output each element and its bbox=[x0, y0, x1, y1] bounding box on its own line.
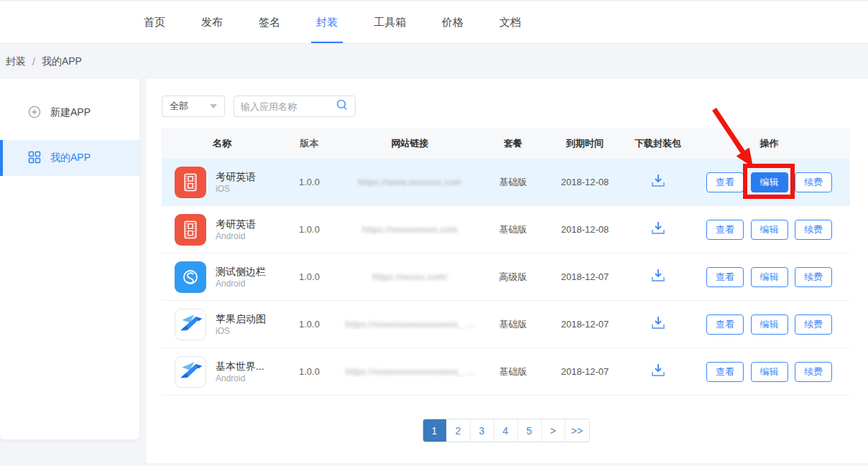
film-icon bbox=[175, 167, 206, 198]
page-last-button[interactable]: >> bbox=[565, 419, 589, 442]
sidebar: 新建APP 我的APP bbox=[0, 79, 139, 439]
sidebar-item-label: 我的APP bbox=[50, 152, 91, 164]
view-button[interactable]: 查看 bbox=[706, 362, 744, 382]
app-expiry: 2018-12-08 bbox=[542, 224, 627, 235]
pagination: 1 2 3 4 5 > >> bbox=[162, 419, 850, 442]
column-header-url: 网站链接 bbox=[336, 137, 484, 150]
chevron-down-icon bbox=[210, 104, 217, 108]
download-icon[interactable] bbox=[650, 268, 667, 286]
edit-button[interactable]: 编辑 bbox=[751, 267, 788, 287]
renew-button[interactable]: 续费 bbox=[795, 220, 832, 240]
page-button-5[interactable]: 5 bbox=[518, 419, 542, 442]
edit-button[interactable]: 编辑 bbox=[751, 362, 788, 382]
download-icon[interactable] bbox=[650, 220, 667, 238]
grid-icon bbox=[28, 151, 41, 166]
app-platform: Android bbox=[216, 373, 264, 384]
column-header-expiry: 到期时间 bbox=[542, 137, 627, 150]
main-panel: 全部 名称 版本 网站链接 套餐 到期时间 下载封装包 操作 考研英语 iOS bbox=[147, 79, 868, 463]
column-header-version: 版本 bbox=[282, 137, 336, 150]
edit-button[interactable]: 编辑 bbox=[751, 220, 788, 240]
app-platform: iOS bbox=[216, 325, 266, 337]
app-version: 1.0.0 bbox=[282, 366, 336, 377]
sidebar-item-label: 新建APP bbox=[50, 106, 91, 119]
app-platform: Android bbox=[216, 278, 266, 289]
app-expiry: 2018-12-07 bbox=[542, 271, 627, 282]
renew-button[interactable]: 续费 bbox=[795, 362, 832, 382]
renew-button[interactable]: 续费 bbox=[795, 267, 832, 287]
table-row[interactable]: 测试侧边栏 Android 1.0.0 https://xxxxx.com/ 高… bbox=[162, 253, 850, 301]
app-expiry: 2018-12-08 bbox=[542, 177, 627, 187]
breadcrumb-section[interactable]: 封装 bbox=[6, 55, 26, 68]
app-platform: Android bbox=[216, 230, 256, 242]
nav-item-docs[interactable]: 文档 bbox=[499, 1, 521, 43]
edit-button[interactable]: 编辑 bbox=[751, 314, 788, 335]
bird-icon bbox=[175, 356, 206, 388]
search-input[interactable] bbox=[241, 101, 336, 112]
breadcrumb: 封装 / 我的APP bbox=[0, 44, 868, 79]
search-box bbox=[234, 95, 356, 117]
app-version: 1.0.0 bbox=[282, 271, 336, 282]
breadcrumb-separator: / bbox=[32, 56, 35, 67]
app-name: 测试侧边栏 bbox=[216, 265, 266, 278]
page-button-2[interactable]: 2 bbox=[447, 419, 471, 442]
breadcrumb-page: 我的APP bbox=[42, 55, 82, 68]
app-plan: 基础版 bbox=[484, 223, 542, 236]
nav-item-package[interactable]: 封装 bbox=[316, 1, 338, 43]
table-row[interactable]: 考研英语 Android 1.0.0 https://xxxxxxxxxx.co… bbox=[162, 206, 850, 253]
app-plan: 基础版 bbox=[484, 365, 542, 378]
filter-bar: 全部 bbox=[162, 95, 850, 117]
column-header-plan: 套餐 bbox=[484, 137, 542, 150]
page-button-1[interactable]: 1 bbox=[423, 419, 447, 442]
film-icon bbox=[175, 214, 206, 246]
app-expiry: 2018-12-07 bbox=[542, 319, 627, 330]
app-name: 考研英语 bbox=[216, 218, 256, 230]
page-button-4[interactable]: 4 bbox=[494, 419, 518, 442]
page-next-button[interactable]: > bbox=[542, 419, 565, 442]
nav-item-price[interactable]: 价格 bbox=[442, 1, 463, 43]
app-url-blurred: https://xxxxxxxxxx.com bbox=[362, 225, 458, 235]
bird-icon bbox=[175, 309, 206, 340]
category-select-value: 全部 bbox=[170, 100, 188, 113]
app-name: 考研英语 bbox=[216, 170, 256, 183]
app-version: 1.0.0 bbox=[282, 224, 336, 235]
column-header-name: 名称 bbox=[162, 137, 282, 150]
app-plan: 基础版 bbox=[484, 318, 542, 331]
download-icon[interactable] bbox=[650, 363, 667, 381]
download-icon[interactable] bbox=[650, 315, 667, 333]
view-button[interactable]: 查看 bbox=[706, 172, 744, 192]
app-name: 苹果启动图 bbox=[216, 312, 266, 325]
renew-button[interactable]: 续费 bbox=[795, 172, 832, 192]
sidebar-item-new-app[interactable]: 新建APP bbox=[0, 95, 139, 131]
app-version: 1.0.0 bbox=[282, 319, 336, 330]
app-plan: 基础版 bbox=[484, 176, 542, 189]
sidebar-item-my-app[interactable]: 我的APP bbox=[0, 140, 139, 176]
app-expiry: 2018-12-07 bbox=[542, 366, 627, 377]
app-url-blurred: https://xxxxxxxxxxxxxxxxxx_ ... bbox=[346, 367, 475, 377]
top-nav: 首页 发布 签名 封装 工具箱 价格 文档 bbox=[0, 0, 868, 44]
nav-item-publish[interactable]: 发布 bbox=[201, 1, 223, 43]
page-button-3[interactable]: 3 bbox=[471, 419, 494, 442]
app-version: 1.0.0 bbox=[282, 177, 336, 187]
category-select[interactable]: 全部 bbox=[162, 95, 225, 117]
search-icon[interactable] bbox=[336, 98, 348, 114]
view-button[interactable]: 查看 bbox=[706, 314, 744, 335]
nav-item-signature[interactable]: 签名 bbox=[259, 1, 280, 43]
column-header-actions: 操作 bbox=[688, 137, 850, 150]
view-button[interactable]: 查看 bbox=[706, 220, 744, 240]
table-row[interactable]: 苹果启动图 iOS 1.0.0 https://xxxxxxxxxxxxxxxx… bbox=[162, 301, 850, 348]
table-row[interactable]: 基本世界... Android 1.0.0 https://xxxxxxxxxx… bbox=[162, 348, 850, 396]
nav-item-toolbox[interactable]: 工具箱 bbox=[374, 1, 406, 43]
nav-item-home[interactable]: 首页 bbox=[144, 1, 165, 43]
table-header: 名称 版本 网站链接 套餐 到期时间 下载封装包 操作 bbox=[162, 128, 850, 159]
edit-button[interactable]: 编辑 bbox=[751, 172, 788, 192]
table-row[interactable]: 考研英语 iOS 1.0.0 https://www.xxxxxxx.com 基… bbox=[162, 159, 850, 206]
app-url-blurred: https://xxxxx.com/ bbox=[372, 272, 447, 282]
app-platform: iOS bbox=[216, 183, 256, 195]
renew-button[interactable]: 续费 bbox=[795, 314, 832, 335]
app-url-blurred: https://www.xxxxxxx.com bbox=[358, 177, 461, 187]
column-header-download: 下载封装包 bbox=[627, 137, 688, 150]
download-icon[interactable] bbox=[650, 173, 667, 191]
plus-circle-icon bbox=[28, 106, 41, 121]
app-name: 基本世界... bbox=[216, 360, 264, 373]
view-button[interactable]: 查看 bbox=[706, 267, 744, 287]
